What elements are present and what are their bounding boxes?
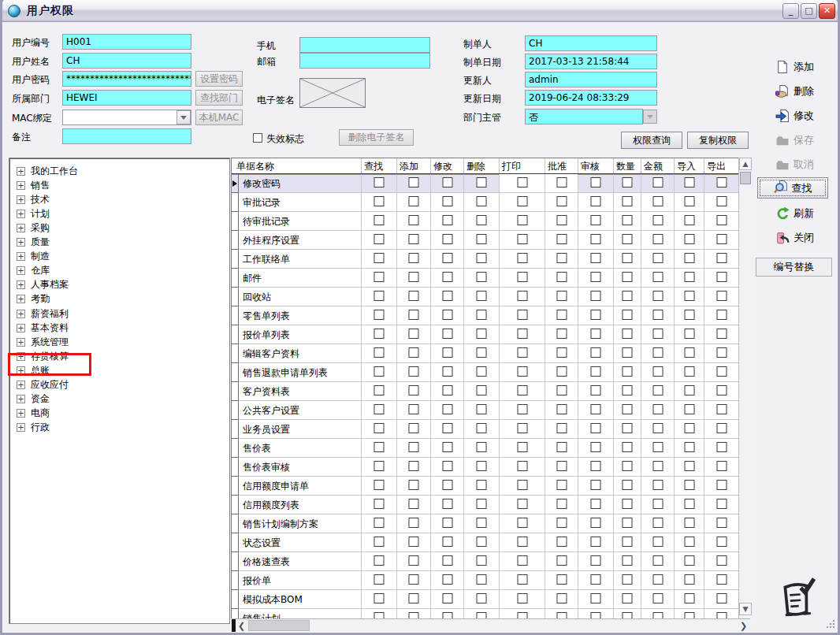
expand-plus-icon[interactable]: + (17, 295, 25, 303)
field-手机[interactable] (299, 37, 430, 53)
permission-checkbox[interactable] (556, 574, 567, 585)
tree-item-我的工作台[interactable]: +我的工作台 (17, 164, 78, 178)
field-所属部门[interactable]: HEWEI (62, 90, 191, 106)
permission-checkbox[interactable] (556, 442, 567, 452)
row-name-cell[interactable]: 业务员设置 (239, 420, 362, 439)
expand-plus-icon[interactable]: + (17, 252, 25, 261)
permission-checkbox[interactable] (517, 196, 527, 206)
permission-checkbox[interactable] (684, 442, 694, 452)
permission-checkbox[interactable] (517, 537, 527, 547)
permission-checkbox[interactable] (652, 329, 663, 339)
row-name-cell[interactable]: 销售退款申请单列表 (239, 363, 362, 382)
permission-checkbox[interactable] (517, 404, 527, 414)
permission-checkbox[interactable] (591, 574, 601, 585)
permission-checkbox[interactable] (556, 291, 567, 301)
permission-checkbox[interactable] (517, 461, 527, 471)
permission-checkbox[interactable] (477, 310, 487, 320)
permission-checkbox[interactable] (374, 574, 385, 585)
table-row-公共客户设置[interactable]: 公共客户设置 (232, 401, 751, 420)
permission-checkbox[interactable] (556, 310, 567, 320)
permission-checkbox[interactable] (591, 555, 601, 566)
permission-checkbox[interactable] (374, 329, 385, 339)
permission-checkbox[interactable] (623, 215, 633, 225)
permission-checkbox[interactable] (409, 442, 419, 452)
signature-box[interactable] (299, 78, 366, 108)
table-row-零售单列表[interactable]: 零售单列表 (232, 306, 751, 325)
permission-checkbox[interactable] (652, 555, 663, 566)
permission-checkbox[interactable] (623, 385, 633, 395)
permission-checkbox[interactable] (442, 499, 452, 509)
permission-checkbox[interactable] (442, 329, 452, 339)
permission-checkbox[interactable] (652, 385, 663, 395)
title-bar[interactable]: 用户权限 _ □ ✕ (0, 0, 840, 22)
permission-checkbox[interactable] (409, 518, 419, 528)
permission-checkbox[interactable] (591, 177, 601, 188)
tree-item-仓库[interactable]: +仓库 (17, 264, 50, 278)
permission-checkbox[interactable] (591, 480, 601, 490)
expand-plus-icon[interactable]: + (17, 224, 25, 232)
permission-checkbox[interactable] (591, 461, 601, 471)
permission-checkbox[interactable] (623, 499, 633, 509)
permission-checkbox[interactable] (684, 347, 694, 358)
table-row-客户资料表[interactable]: 客户资料表 (232, 382, 751, 401)
permission-checkbox[interactable] (556, 272, 567, 282)
table-row-外挂程序设置[interactable]: 外挂程序设置 (232, 231, 751, 250)
permission-checkbox[interactable] (652, 310, 663, 320)
scroll-up-button[interactable]: ▲ (739, 158, 752, 170)
permission-checkbox[interactable] (716, 385, 727, 395)
permission-checkbox[interactable] (517, 385, 527, 395)
expand-plus-icon[interactable]: + (17, 423, 25, 432)
permission-checkbox[interactable] (409, 404, 419, 414)
permission-checkbox[interactable] (684, 555, 694, 566)
sidebar-button-修改[interactable]: 修改 (775, 109, 814, 123)
permission-checkbox[interactable] (684, 480, 694, 490)
permission-checkbox[interactable] (556, 518, 567, 528)
permission-checkbox[interactable] (374, 234, 385, 244)
permission-checkbox[interactable] (374, 499, 385, 509)
button-本机MAC[interactable]: 本机MAC (195, 110, 243, 125)
permission-checkbox[interactable] (374, 177, 385, 188)
permission-checkbox[interactable] (684, 196, 694, 206)
tree-item-行政[interactable]: +行政 (17, 421, 50, 435)
table-row-销售计划编制方案[interactable]: 销售计划编制方案 (232, 514, 751, 533)
permission-checkbox[interactable] (517, 215, 527, 225)
permission-checkbox[interactable] (477, 574, 487, 585)
permission-checkbox[interactable] (477, 177, 487, 188)
permission-checkbox[interactable] (374, 555, 385, 566)
permission-checkbox[interactable] (623, 593, 633, 603)
permission-checkbox[interactable] (684, 518, 694, 528)
row-name-cell[interactable]: 回收站 (239, 288, 362, 306)
permission-checkbox[interactable] (442, 423, 452, 433)
scroll-down-button[interactable]: ▼ (739, 603, 752, 615)
table-row-工作联络单[interactable]: 工作联络单 (232, 250, 751, 269)
permission-checkbox[interactable] (684, 366, 694, 377)
row-name-cell[interactable]: 售价表审核 (239, 458, 362, 477)
permission-checkbox[interactable] (409, 347, 419, 358)
permission-checkbox[interactable] (409, 310, 419, 320)
permission-checkbox[interactable] (623, 253, 633, 263)
table-row-业务员设置[interactable]: 业务员设置 (232, 420, 751, 439)
permission-checkbox[interactable] (517, 442, 527, 452)
permission-checkbox[interactable] (409, 612, 419, 618)
table-row-审批记录[interactable]: 审批记录 (232, 193, 751, 212)
permission-checkbox[interactable] (374, 612, 385, 618)
permission-checkbox[interactable] (477, 291, 487, 301)
permission-checkbox[interactable] (409, 480, 419, 490)
permission-checkbox[interactable] (623, 177, 633, 188)
tree-item-薪资福利[interactable]: +薪资福利 (17, 306, 69, 321)
permission-checkbox[interactable] (517, 291, 527, 301)
permission-checkbox[interactable] (374, 537, 385, 547)
permission-checkbox[interactable] (591, 612, 601, 618)
permission-checkbox[interactable] (684, 385, 694, 395)
field-制单日期[interactable]: 2017-03-13 21:58:44 (525, 54, 657, 69)
permission-checkbox[interactable] (652, 480, 663, 490)
permission-checkbox[interactable] (716, 593, 727, 603)
permission-checkbox[interactable] (517, 177, 527, 188)
permission-checkbox[interactable] (652, 593, 663, 603)
tree-item-质量[interactable]: +质量 (17, 236, 50, 250)
permission-checkbox[interactable] (442, 215, 452, 225)
permission-checkbox[interactable] (623, 366, 633, 377)
permission-checkbox[interactable] (591, 404, 601, 414)
permission-checkbox[interactable] (374, 196, 385, 206)
permission-checkbox[interactable] (409, 537, 419, 547)
